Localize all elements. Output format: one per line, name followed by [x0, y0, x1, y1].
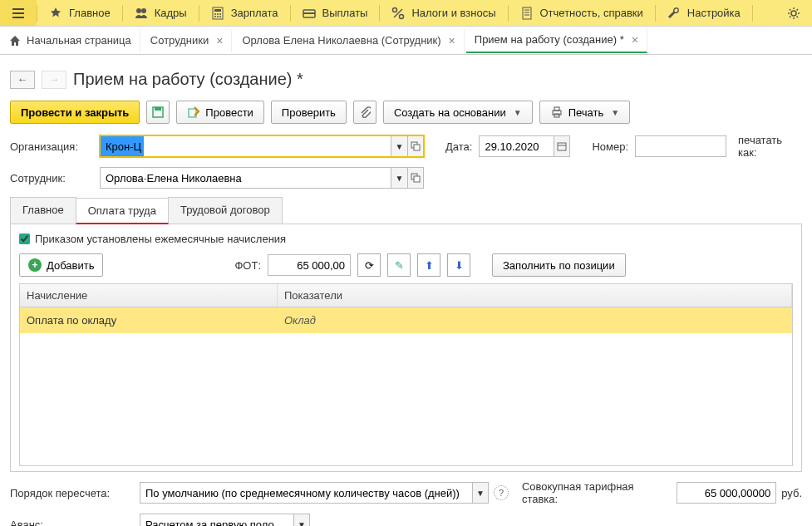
crumb-hire-doc[interactable]: Прием на работу (создание) * ×	[466, 28, 647, 53]
help-button[interactable]: ?	[494, 485, 509, 500]
employee-input[interactable]	[100, 167, 391, 189]
pay-panel: Приказом установлены ежемесячные начисле…	[10, 224, 802, 472]
move-down-button[interactable]: ⬇	[447, 253, 470, 277]
menu-personnel[interactable]: Кадры	[123, 0, 199, 26]
menu-label: Зарплата	[231, 7, 278, 19]
menu-label: Отчетность, справки	[540, 7, 643, 19]
close-icon[interactable]: ×	[216, 34, 223, 47]
save-button[interactable]	[146, 101, 170, 124]
svg-point-5	[217, 13, 219, 15]
bottom-form: Порядок пересчета: ▼ ? Совокупная тарифн…	[10, 472, 802, 526]
subtabs: Главное Оплата труда Трудовой договор	[10, 197, 802, 224]
save-icon	[151, 106, 165, 119]
svg-point-6	[219, 13, 221, 15]
org-input[interactable]	[100, 135, 391, 157]
people-icon	[135, 7, 148, 20]
advance-label: Аванс:	[10, 519, 135, 527]
dropdown-button[interactable]: ▼	[472, 482, 489, 504]
close-icon[interactable]: ×	[449, 34, 455, 47]
refresh-button[interactable]: ⟳	[357, 253, 381, 277]
tab-main[interactable]: Главное	[10, 197, 76, 224]
menu-taxes[interactable]: Налоги и взносы	[380, 0, 507, 26]
dropdown-button[interactable]: ▼	[391, 167, 407, 189]
percent-icon	[391, 7, 405, 20]
edit-button[interactable]: ✎	[387, 253, 411, 277]
recalc-label: Порядок пересчета:	[10, 487, 135, 499]
print-as-label: печатать как:	[738, 134, 802, 159]
crumb-label: Сотрудники	[150, 34, 209, 47]
recalc-input[interactable]	[140, 482, 472, 504]
crumb-employee-card[interactable]: Орлова Елена Николаевна (Сотрудник) ×	[234, 29, 464, 52]
page-title: Прием на работу (создание) *	[73, 70, 303, 89]
grid-body[interactable]: Оплата по окладу Оклад	[20, 307, 792, 465]
create-based-button[interactable]: Создать на основании ▼	[383, 101, 533, 124]
date-input[interactable]	[479, 135, 554, 157]
add-label: Добавить	[47, 259, 94, 272]
calendar-button[interactable]	[554, 135, 570, 157]
doc-icon	[520, 7, 534, 20]
svg-rect-15	[523, 7, 531, 19]
close-icon[interactable]: ×	[632, 33, 638, 47]
gear-icon	[787, 7, 800, 20]
col-accrual[interactable]: Начисление	[20, 284, 278, 307]
cell-indicators: Оклад	[278, 307, 792, 333]
nav-back-button[interactable]: ←	[10, 71, 35, 89]
post-label: Провести	[205, 106, 253, 119]
svg-point-13	[400, 14, 404, 18]
svg-rect-28	[558, 143, 566, 150]
star-icon	[49, 7, 62, 20]
fot-input[interactable]	[268, 254, 351, 276]
hamburger-icon	[12, 7, 25, 20]
tab-contract[interactable]: Трудовой договор	[168, 197, 283, 224]
calendar-icon	[557, 141, 567, 151]
menu-settings[interactable]: Настройка	[656, 0, 752, 26]
wrench-icon	[667, 7, 681, 20]
menu-hamburger[interactable]	[0, 0, 37, 26]
wallet-icon	[303, 7, 316, 20]
fill-by-position-button[interactable]: Заполнить по позиции	[492, 253, 626, 277]
col-indicators[interactable]: Показатели	[278, 284, 792, 307]
menu-reports[interactable]: Отчетность, справки	[509, 0, 655, 26]
post-and-close-button[interactable]: Провести и закрыть	[10, 101, 140, 124]
add-button[interactable]: + Добавить	[19, 253, 103, 277]
employee-field-wrap: ▼	[100, 167, 424, 189]
advance-input[interactable]	[140, 514, 293, 526]
table-row[interactable]: Оплата по окладу Оклад	[20, 307, 792, 333]
svg-point-1	[141, 8, 146, 13]
arrow-down-icon: ⬇	[455, 259, 464, 272]
menu-gear[interactable]	[775, 0, 812, 26]
rate-label: Совокупная тарифная ставка:	[522, 480, 672, 505]
dropdown-button[interactable]: ▼	[391, 135, 407, 157]
grid-header: Начисление Показатели	[20, 284, 792, 307]
crumb-home[interactable]: Начальная страница	[3, 29, 140, 52]
print-label: Печать	[568, 106, 604, 119]
org-field-wrap: ▼	[100, 135, 424, 157]
print-button[interactable]: Печать ▼	[539, 101, 631, 124]
crumb-label: Прием на работу (создание) *	[475, 33, 624, 46]
menu-payments[interactable]: Выплаты	[291, 0, 380, 26]
number-input[interactable]	[635, 135, 726, 157]
rate-input[interactable]	[677, 482, 776, 504]
main-menubar: Главное Кадры Зарплата Выплаты Налоги и …	[0, 0, 812, 27]
open-ref-button[interactable]	[407, 167, 424, 189]
rate-unit: руб.	[781, 487, 802, 499]
menu-salary[interactable]: Зарплата	[199, 0, 290, 26]
chevron-down-icon: ▼	[514, 108, 522, 117]
monthly-accrual-checkbox[interactable]	[19, 234, 30, 244]
svg-point-9	[219, 16, 221, 17]
svg-point-8	[217, 16, 219, 17]
dropdown-button[interactable]: ▼	[293, 514, 310, 526]
open-ref-button[interactable]	[407, 135, 424, 157]
paperclip-icon	[358, 106, 372, 119]
attach-button[interactable]	[353, 101, 376, 124]
svg-rect-27	[414, 145, 420, 150]
menu-label: Главное	[69, 7, 111, 19]
check-button[interactable]: Проверить	[271, 101, 347, 124]
svg-rect-31	[414, 176, 420, 182]
move-up-button[interactable]: ⬆	[417, 253, 440, 277]
menu-main[interactable]: Главное	[37, 0, 122, 26]
crumb-employees[interactable]: Сотрудники ×	[142, 29, 233, 52]
tab-pay[interactable]: Оплата труда	[76, 198, 169, 224]
monthly-accrual-label: Приказом установлены ежемесячные начисле…	[35, 233, 286, 245]
post-button[interactable]: Провести	[176, 101, 264, 124]
